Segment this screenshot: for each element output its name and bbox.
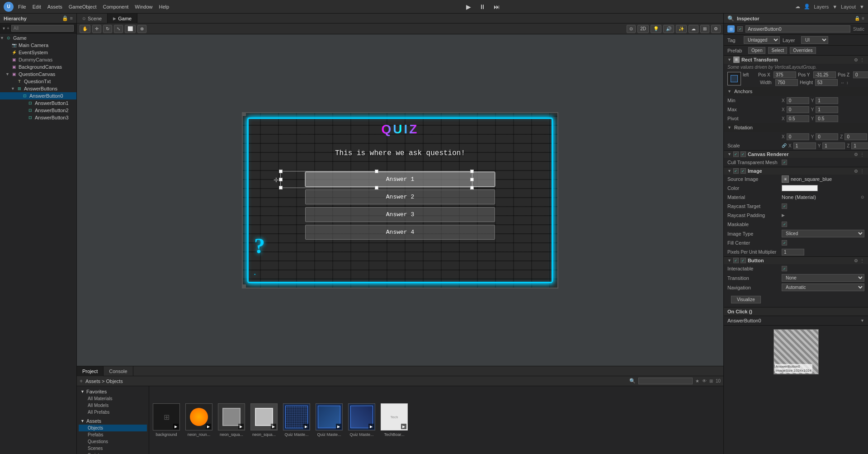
visualize-btn[interactable]: Visualize <box>731 296 761 303</box>
menu-assets[interactable]: Assets <box>46 4 64 9</box>
tool-2d[interactable]: 2D <box>637 25 649 33</box>
tool-scale[interactable]: ⤡ <box>114 25 123 33</box>
canvas-renderer-vis-check[interactable]: ✓ <box>733 151 739 157</box>
onclick-dropdown-arrow[interactable]: ▼ <box>860 318 864 323</box>
asset-neon-square2[interactable]: ▶ neon_squa... <box>250 403 278 437</box>
tool-fx[interactable]: ✨ <box>676 25 687 33</box>
menu-edit[interactable]: Edit <box>31 4 43 9</box>
image-overflow[interactable]: ⋮ <box>860 169 864 174</box>
rot-y-input[interactable] <box>816 133 838 140</box>
button-overflow[interactable]: ⋮ <box>860 258 864 263</box>
asset-quiz-master2[interactable]: ▶ Quiz Maste... <box>316 403 343 437</box>
tool-light[interactable]: 💡 <box>651 25 661 33</box>
tree-item-questiontxt[interactable]: T QuestionTxt <box>0 78 76 85</box>
tool-rect[interactable]: ⬜ <box>125 25 136 33</box>
asset-play-neon-sq1[interactable]: ▶ <box>238 424 244 429</box>
tree-item-eventsystem[interactable]: ⚡ EventSystem <box>0 49 76 56</box>
image-enable-check[interactable]: ✓ <box>741 168 746 174</box>
pause-button[interactable]: ⏸ <box>476 2 488 11</box>
rect-transform-overflow[interactable]: ⋮ <box>860 57 864 62</box>
tree-item-game[interactable]: ▼ ⊙ Game <box>0 34 76 42</box>
menu-component[interactable]: Component <box>101 4 130 9</box>
sidebar-item-all-models[interactable]: All Models <box>79 402 147 409</box>
rect-transform-arrow[interactable]: ▼ <box>727 57 731 62</box>
anchors-arrow[interactable]: ▼ <box>727 89 731 94</box>
height-input[interactable] <box>815 79 838 86</box>
inspector-lock-icon[interactable]: 🔒 <box>854 16 860 21</box>
raycast-target-check[interactable]: ✓ <box>782 203 787 209</box>
pivot-y-input[interactable] <box>816 115 838 122</box>
tree-item-bgcanvas[interactable]: ▣ BackgroundCanvas <box>0 63 76 71</box>
color-swatch[interactable] <box>782 185 818 191</box>
cull-transparent-check[interactable]: ✓ <box>782 160 787 165</box>
canvas-renderer-settings[interactable]: ⚙ <box>854 152 858 157</box>
min-y-input[interactable] <box>816 97 838 104</box>
scale-x-input[interactable] <box>793 142 816 149</box>
asset-play-neon-round[interactable]: ▶ <box>206 424 211 429</box>
asset-quiz-master3[interactable]: ▶ Quiz Maste... <box>348 403 375 437</box>
open-btn[interactable]: Open <box>748 47 765 54</box>
rect-transform-settings[interactable]: ⚙ <box>854 57 858 62</box>
asset-techboard[interactable]: Tech ▶ TechBoar... <box>381 403 408 437</box>
tool-transform[interactable]: ⊕ <box>137 25 146 33</box>
scale-z-input[interactable] <box>851 142 868 149</box>
asset-play-background[interactable]: ▶ <box>173 424 179 429</box>
layout-label[interactable]: Layout <box>841 4 856 9</box>
sidebar-item-questions[interactable]: Questions <box>79 438 147 445</box>
tool-hand[interactable]: ✋ <box>80 25 90 33</box>
step-button[interactable]: ⏭ <box>491 2 503 11</box>
rect-preview-icon[interactable] <box>727 72 741 85</box>
add-icon[interactable]: + <box>7 26 9 31</box>
answer-button-3[interactable]: Answer 4 <box>305 225 495 240</box>
maskable-check[interactable]: ✓ <box>782 222 787 227</box>
button-enable-check[interactable]: ✓ <box>741 258 746 263</box>
canvas-renderer-enable-check[interactable]: ✓ <box>741 151 746 157</box>
tab-game[interactable]: ▶ Game <box>108 14 137 24</box>
tool-gizmos[interactable]: ⚙ <box>711 25 721 33</box>
object-name-input[interactable] <box>745 25 850 33</box>
menu-help[interactable]: Help <box>157 4 171 9</box>
layer-select[interactable]: UI <box>801 36 828 44</box>
max-x-input[interactable] <box>787 106 809 113</box>
asset-neon-square1[interactable]: ▶ neon_squa... <box>218 403 245 437</box>
asset-play-quiz3[interactable]: ▶ <box>368 424 374 429</box>
hierarchy-menu-icon[interactable]: ≡ <box>70 15 73 21</box>
fill-center-check[interactable]: ✓ <box>782 240 787 246</box>
play-button[interactable]: ▶ <box>463 2 474 11</box>
menu-window[interactable]: Window <box>133 4 154 9</box>
canvas-renderer-arrow[interactable]: ▼ <box>727 152 731 156</box>
sidebar-item-objects[interactable]: Objects <box>79 425 147 431</box>
tree-item-maincamera[interactable]: 📷 Main Camera <box>0 42 76 49</box>
rotation-arrow[interactable]: ▼ <box>727 125 731 130</box>
layers-label[interactable]: Layers <box>814 4 829 9</box>
tool-rotate[interactable]: ↻ <box>103 25 112 33</box>
tree-item-answerbutton0[interactable]: ⊡ AnswerButton0 <box>0 92 76 99</box>
tree-item-answerbutton3[interactable]: ⊡ AnswerButton3 <box>0 114 76 121</box>
answer-button-0[interactable]: Answer 1 <box>305 172 495 187</box>
tree-item-questioncanvas[interactable]: ▼ ▣ QuestionCanvas <box>0 71 76 78</box>
tool-sky[interactable]: ☁ <box>689 25 698 33</box>
hierarchy-lock-icon[interactable]: 🔒 <box>62 15 68 21</box>
asset-play-quiz1[interactable]: ▶ <box>303 424 309 429</box>
pivot-x-input[interactable] <box>787 115 809 122</box>
button-settings[interactable]: ⚙ <box>854 258 858 263</box>
sidebar-item-all-materials[interactable]: All Materials <box>79 395 147 402</box>
image-settings[interactable]: ⚙ <box>854 169 858 174</box>
asset-quiz-master1[interactable]: ▶ Quiz Maste... <box>283 403 310 437</box>
overrides-btn[interactable]: Overrides <box>790 47 816 54</box>
pos-z-input[interactable] <box>853 71 868 78</box>
assets-header[interactable]: ▼ Assets <box>79 417 147 425</box>
tool-pivot[interactable]: ⊙ <box>627 25 636 33</box>
favorites-header[interactable]: ▼ Favorites <box>79 388 147 395</box>
image-type-select[interactable]: Sliced <box>782 230 864 237</box>
asset-neon-round[interactable]: ▶ neon_roun... <box>185 403 212 437</box>
tree-item-answerbutton2[interactable]: ⊡ AnswerButton2 <box>0 107 76 114</box>
tag-select[interactable]: Untagged <box>744 36 780 44</box>
answer-button-1[interactable]: Answer 2 <box>305 189 495 204</box>
max-y-input[interactable] <box>816 106 838 113</box>
add-icon-bottom[interactable]: + <box>80 378 83 384</box>
sidebar-item-scripts[interactable]: Scripts <box>79 452 147 454</box>
asset-play-tech[interactable]: ▶ <box>401 424 406 429</box>
tab-scene[interactable]: ⊙ Scene <box>77 14 108 24</box>
expand-btn[interactable]: ↔ <box>840 80 844 85</box>
